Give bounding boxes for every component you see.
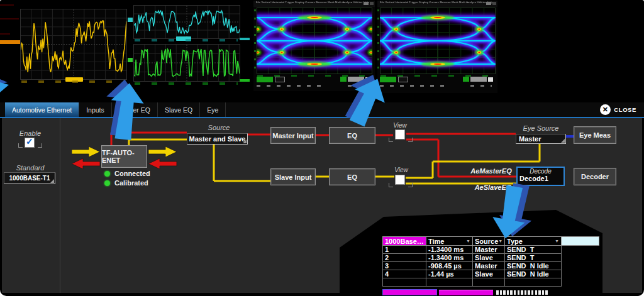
status-chip-green [340, 77, 347, 82]
bus-column-header[interactable]: 1000Base… [382, 236, 426, 246]
bus-packet-dotted [496, 290, 549, 295]
table-row: 2-1.3400 msSlaveSEND T [382, 254, 599, 262]
status-chip-green [463, 77, 469, 82]
source-value: Master and Slave [189, 135, 246, 143]
offscreen-trace-mark [0, 33, 10, 35]
focus-bracket [18, 143, 23, 148]
eye-diagram-plot [380, 8, 496, 74]
decoder-button[interactable]: Decoder [574, 168, 616, 185]
yellow-right-arrow-icon [148, 146, 177, 157]
dropdown-arrow-icon [561, 139, 565, 143]
status-bar-text [257, 85, 326, 87]
tab-eye[interactable]: Eye [200, 102, 226, 117]
scope-window-buttons [486, 2, 491, 5]
eye-source-dropdown[interactable]: Master [516, 134, 566, 144]
cyan-waveform-plot [134, 6, 240, 38]
status-chip-gray [470, 77, 487, 82]
scope-window-buttons [370, 2, 374, 5]
ae-master-eq-label: AeMasterEQ [469, 167, 514, 175]
type-column-header[interactable]: Type ▼ [505, 236, 562, 246]
tab-master-eq[interactable]: Master EQ [112, 102, 158, 117]
status-bar-text [470, 85, 492, 87]
status-bar-text [348, 85, 369, 87]
standard-dropdown[interactable]: 1000BASE-T1 [4, 172, 55, 184]
tab-inputs[interactable]: Inputs [79, 102, 112, 117]
channel-chip-green [257, 77, 273, 82]
eye-diagram-window-pre-eq: File Vertical Horizontal Trigger Display… [253, 1, 375, 91]
eye-meas-button[interactable]: Eye Meas [574, 126, 616, 144]
master-eq-block: EQ [329, 127, 375, 144]
table-row: 3-908.45 µsMasterSEND N Idle [382, 262, 599, 270]
sort-arrow-icon: ▼ [466, 239, 470, 243]
red-left-arrow-icon [148, 158, 177, 169]
tf-port-arrows-right [148, 146, 177, 169]
sort-arrow-icon: ▼ [555, 239, 559, 243]
focus-bracket [408, 138, 413, 142]
scope-graticule-slave-green [133, 44, 240, 82]
decode-dropdown[interactable]: Decode Decode1 [516, 167, 565, 186]
scope-menu-items: File Vertical Horizontal Trigger Display… [377, 1, 433, 4]
scope-window-buttons [364, 2, 369, 5]
standard-value: 1000BASE-T1 [9, 175, 50, 182]
channel-marker-cyan [128, 18, 133, 22]
axis-ticks-yellow [21, 80, 125, 83]
slave-eq-block: EQ [329, 168, 375, 185]
axis-ticks-green [135, 82, 238, 85]
focus-bracket [389, 183, 393, 187]
scope-menu-items: File Vertical Horizontal Trigger Display… [253, 1, 309, 4]
source-dropdown[interactable]: Master and Slave [187, 133, 248, 145]
scope-window-buttons [492, 2, 496, 5]
table-row [382, 278, 599, 287]
connected-status-label: Connected [114, 170, 150, 177]
eq-label: EQ [347, 132, 357, 140]
master-view-checkbox[interactable] [395, 129, 405, 140]
bus-bar-cyan [240, 38, 250, 40]
tf-auto-enet-block: TF-AUTO-ENET [101, 145, 147, 168]
status-chip-white [488, 77, 493, 82]
decode-value: Decode1 [518, 175, 564, 182]
master-input-block: Master Input [270, 127, 316, 144]
slave-input-label: Slave Input [275, 173, 312, 181]
empty-column-header [562, 236, 599, 246]
bus-bar-green [240, 79, 250, 82]
master-view-label: View [391, 122, 409, 129]
dropdown-arrow-icon [50, 179, 54, 183]
bus-packet-magenta [439, 290, 493, 295]
offscreen-trace-mark [0, 4, 14, 6]
scope-menu-bar: File Vertical Horizontal Trigger Display… [253, 1, 375, 7]
waveform-strip: File Vertical Horizontal Trigger Display… [0, 0, 644, 102]
close-button[interactable]: ✕ CLOSE [600, 102, 644, 117]
decoder-label: Decoder [581, 173, 609, 180]
channel-marker-green [128, 58, 133, 62]
scope-graticule-master-input [20, 9, 127, 80]
eye-axis-left-labels [377, 9, 379, 72]
tf-block-label: TF-AUTO-ENET [102, 149, 147, 164]
tab-automotive-ethernet[interactable]: Automotive Ethernet [5, 102, 79, 117]
scope-menu-bar: File Vertical Horizontal Trigger Display… [377, 1, 497, 7]
tab-slave-eq[interactable]: Slave EQ [158, 102, 200, 117]
sidebar-divider [60, 118, 60, 293]
enable-checkbox[interactable] [25, 138, 35, 148]
decode-results-table[interactable]: 1000Base… Time ▼ Source ▼ Type ▼ 1-1.340… [382, 236, 599, 287]
yellow-right-arrow-icon [72, 146, 100, 157]
automotive-ethernet-app: File Vertical Horizontal Trigger Display… [0, 0, 644, 296]
eye-meas-label: Eye Meas [579, 131, 611, 139]
slave-input-block: Slave Input [270, 168, 316, 185]
calibrated-status-label: Calibrated [114, 179, 148, 187]
table-row: 1-1.3400 msMasterSEND T [382, 246, 599, 254]
offscreen-trace-mark [0, 18, 19, 19]
slave-view-checkbox[interactable] [395, 175, 405, 185]
slave-view-label: View [392, 167, 411, 173]
focus-bracket [38, 143, 42, 148]
red-left-arrow-icon [72, 158, 100, 169]
eq-label: EQ [347, 173, 357, 181]
green-waveform-plot [134, 45, 240, 81]
calibrated-status-dot [104, 180, 110, 186]
ae-slave-eq-label: AeSlaveEQ [473, 184, 513, 191]
tf-port-arrows-left [72, 146, 101, 169]
time-column-header[interactable]: Time ▼ [426, 236, 473, 246]
decode-label: Decode [518, 168, 564, 175]
source-column-header[interactable]: Source ▼ [473, 236, 505, 246]
focus-bracket [408, 183, 413, 187]
status-chip-gray [348, 77, 364, 82]
